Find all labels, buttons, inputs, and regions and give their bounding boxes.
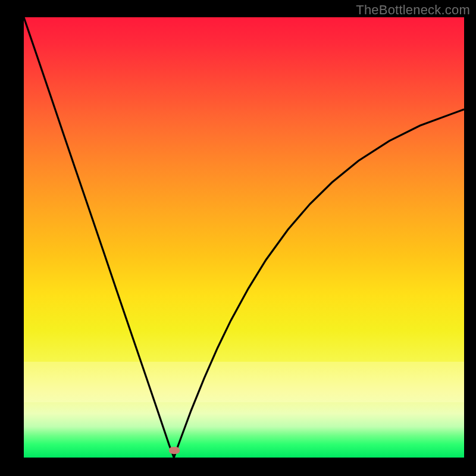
chart-frame: TheBottleneck.com [0, 0, 476, 476]
bottleneck-curve [24, 17, 464, 458]
minimum-marker [169, 447, 180, 454]
watermark-text: TheBottleneck.com [356, 2, 470, 18]
curve-path [24, 17, 464, 458]
